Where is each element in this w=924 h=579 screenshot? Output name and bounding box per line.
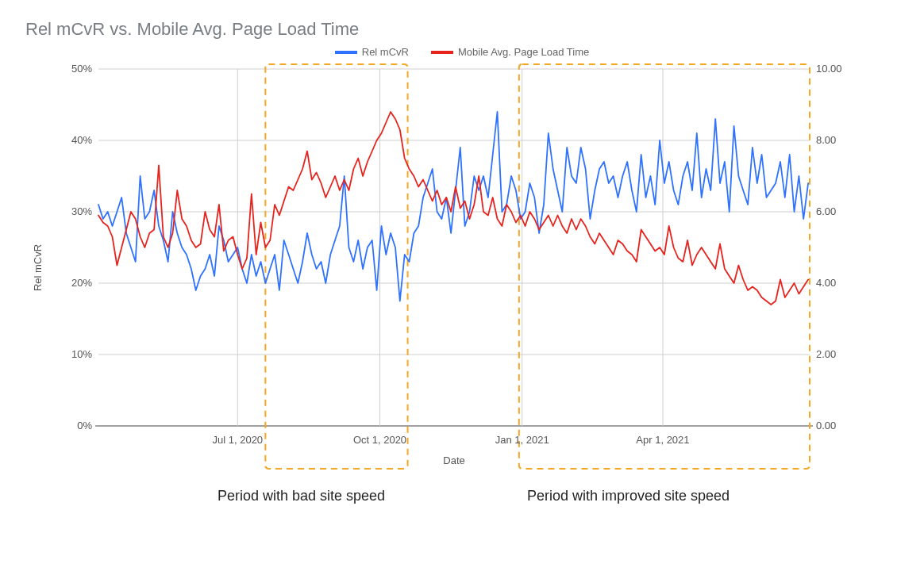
chart-svg: 0%10%20%30%40%50%0.002.004.006.008.0010.…	[57, 61, 851, 474]
svg-text:0.00: 0.00	[816, 420, 836, 431]
svg-text:10.00: 10.00	[816, 63, 842, 75]
svg-text:0%: 0%	[77, 420, 92, 431]
svg-text:20%: 20%	[71, 277, 92, 289]
svg-text:Oct 1, 2020: Oct 1, 2020	[353, 434, 406, 446]
legend-swatch-load	[431, 51, 453, 54]
legend-item-mcvr: Rel mCvR	[335, 46, 409, 58]
chart-container: Rel mCvR vs. Mobile Avg. Page Load Time …	[19, 19, 905, 504]
legend-swatch-mcvr	[335, 51, 357, 54]
annotation-row: Period with bad site speed Period with i…	[19, 488, 905, 504]
annotation-improved-speed: Period with improved site speed	[527, 488, 905, 504]
svg-text:Jan 1, 2021: Jan 1, 2021	[495, 434, 549, 446]
svg-text:2.00: 2.00	[816, 348, 836, 360]
annotation-bad-speed: Period with bad site speed	[218, 488, 479, 504]
svg-text:Apr 1, 2021: Apr 1, 2021	[636, 434, 689, 446]
svg-text:Jul 1, 2020: Jul 1, 2020	[212, 434, 263, 446]
y-axis-left-label: Rel mCvR	[33, 243, 44, 290]
legend-item-load: Mobile Avg. Page Load Time	[431, 46, 589, 58]
svg-text:6.00: 6.00	[816, 205, 836, 217]
plot-area: 0%10%20%30%40%50%0.002.004.006.008.0010.…	[57, 61, 867, 474]
svg-text:50%: 50%	[71, 63, 92, 75]
legend: Rel mCvR Mobile Avg. Page Load Time	[19, 46, 905, 58]
svg-rect-12	[519, 64, 810, 469]
svg-text:8.00: 8.00	[816, 134, 836, 146]
legend-label: Mobile Avg. Page Load Time	[458, 46, 589, 58]
chart-title: Rel mCvR vs. Mobile Avg. Page Load Time	[25, 19, 905, 40]
svg-text:Date: Date	[443, 454, 464, 466]
y-axis-right-spacer	[867, 61, 905, 474]
svg-rect-11	[265, 64, 407, 469]
svg-text:4.00: 4.00	[816, 277, 836, 289]
svg-text:40%: 40%	[71, 134, 92, 146]
svg-text:30%: 30%	[71, 205, 92, 217]
legend-label: Rel mCvR	[362, 46, 409, 58]
svg-text:10%: 10%	[71, 348, 92, 360]
y-axis-left-label-container: Rel mCvR	[19, 61, 57, 474]
